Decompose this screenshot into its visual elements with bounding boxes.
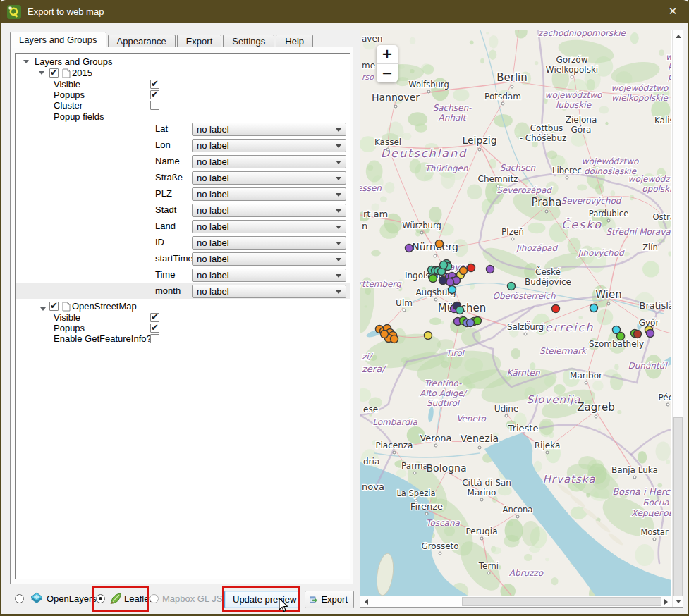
- horizontal-scrollbar[interactable]: [360, 596, 672, 607]
- data-point-marker[interactable]: [634, 331, 642, 338]
- radio-openlayers[interactable]: [15, 594, 24, 603]
- data-point-marker[interactable]: [381, 331, 389, 338]
- data-point-marker[interactable]: [391, 335, 398, 343]
- data-point-marker[interactable]: [449, 286, 456, 294]
- forest-patch: [522, 521, 540, 546]
- combo-value: no label: [197, 140, 229, 151]
- city-label: Mostar: [640, 527, 669, 537]
- data-point-marker[interactable]: [456, 307, 464, 314]
- data-point-marker[interactable]: [446, 278, 454, 286]
- field-combo-lat[interactable]: no label: [192, 123, 346, 136]
- field-label-lat: Lat: [155, 123, 168, 135]
- data-point-marker[interactable]: [647, 330, 654, 338]
- data-point-marker[interactable]: [467, 319, 475, 327]
- map-canvas: rsozachodniopomorskiewojekujporSachsen-A…: [360, 30, 671, 596]
- city-label: Bratislava: [640, 300, 671, 311]
- city-dot: [478, 148, 481, 151]
- scroll-right-button[interactable]: [661, 596, 671, 607]
- tab-export[interactable]: Export: [177, 35, 222, 47]
- field-combo-id[interactable]: no label: [192, 236, 346, 250]
- export-button[interactable]: Export: [305, 591, 354, 608]
- prop-checkbox-cluster[interactable]: [150, 101, 159, 110]
- layer-2015-checkbox[interactable]: [49, 68, 59, 78]
- field-combo-lon[interactable]: no label: [192, 139, 346, 152]
- osm-prop-checkbox-2[interactable]: [150, 334, 159, 343]
- data-point-marker[interactable]: [468, 264, 475, 272]
- data-point-marker[interactable]: [487, 266, 494, 273]
- city-label: nova: [362, 481, 384, 492]
- data-point-marker[interactable]: [474, 317, 482, 325]
- city-dot: [386, 148, 389, 151]
- field-combo-time[interactable]: no label: [192, 269, 346, 282]
- data-point-marker[interactable]: [440, 261, 448, 269]
- region-label: Oberösterreich: [492, 291, 556, 301]
- tab-help[interactable]: Help: [276, 35, 313, 47]
- map-viewport[interactable]: rsozachodniopomorskiewojekujporSachsen-A…: [360, 30, 671, 596]
- data-point-marker[interactable]: [425, 332, 432, 340]
- close-icon[interactable]: ✕: [666, 4, 680, 18]
- qgis-logo-icon: [7, 5, 21, 19]
- data-point-marker[interactable]: [590, 304, 598, 312]
- prop-checkbox-popups[interactable]: [150, 90, 159, 99]
- radio-mapbox-gl-js[interactable]: [150, 594, 159, 603]
- prop-checkbox-visible[interactable]: [150, 80, 159, 89]
- data-point-marker[interactable]: [439, 277, 447, 285]
- osm-prop-checkbox-1[interactable]: [150, 324, 159, 333]
- forest-patch: [610, 374, 623, 390]
- layer-osm-checkbox[interactable]: [49, 302, 59, 311]
- forest-patch: [598, 428, 602, 431]
- openlayers-icon: [30, 591, 44, 608]
- expander-icon[interactable]: [40, 307, 46, 314]
- layers-tree[interactable]: Layers and Groups2015VisiblePopupsCluste…: [15, 53, 350, 579]
- region-label: por: [668, 72, 671, 82]
- vertical-scroll-thumb[interactable]: [673, 417, 683, 596]
- field-combo-name[interactable]: no label: [192, 155, 346, 168]
- forest-patch: [384, 182, 394, 194]
- vertical-scrollbar[interactable]: [672, 30, 683, 607]
- forest-patch: [528, 223, 546, 234]
- zoom-in-button[interactable]: +: [377, 45, 398, 63]
- data-point-marker[interactable]: [508, 283, 516, 290]
- osm-prop-checkbox-0[interactable]: [150, 313, 159, 322]
- data-point-marker[interactable]: [436, 240, 444, 248]
- field-combo-straße[interactable]: no label: [192, 171, 346, 185]
- map-preview-panel: rsozachodniopomorskiewojekujporSachsen-A…: [360, 30, 683, 608]
- region-label: Anhalt: [439, 113, 468, 123]
- field-combo-starttimes[interactable]: no label: [192, 252, 346, 266]
- field-combo-plz[interactable]: no label: [192, 187, 346, 201]
- tab-layers-and-groups[interactable]: Layers and Groups: [10, 32, 106, 48]
- tab-settings[interactable]: Settings: [223, 35, 274, 47]
- data-point-marker[interactable]: [460, 267, 468, 275]
- forest-patch: [614, 364, 618, 370]
- scroll-left-button[interactable]: [360, 596, 371, 607]
- scroll-down-button[interactable]: [673, 596, 683, 607]
- horizontal-scroll-thumb[interactable]: [462, 597, 661, 606]
- data-point-marker[interactable]: [429, 275, 437, 283]
- forest-patch: [529, 546, 540, 553]
- region-label: Hrvatska: [543, 473, 596, 486]
- combo-value: no label: [197, 173, 229, 183]
- forest-patch: [535, 61, 539, 65]
- field-label-id: ID: [155, 237, 164, 248]
- expander-icon[interactable]: [39, 71, 44, 78]
- field-combo-month[interactable]: no label: [192, 285, 346, 298]
- data-point-marker[interactable]: [617, 333, 625, 340]
- data-point-marker[interactable]: [406, 245, 413, 252]
- region-label: Sachsen: [500, 163, 536, 173]
- city-dot: [595, 415, 597, 418]
- field-combo-stadt[interactable]: no label: [192, 204, 346, 217]
- scroll-up-button[interactable]: [673, 30, 683, 41]
- radio-label-0: OpenLayers: [47, 593, 97, 604]
- region-label: Jihozápad: [515, 243, 558, 253]
- zoom-out-button[interactable]: −: [377, 63, 398, 82]
- combo-value: no label: [197, 156, 229, 167]
- expander-icon[interactable]: [23, 60, 29, 66]
- tab-appearance[interactable]: Appearance: [108, 35, 176, 47]
- forest-patch: [403, 133, 412, 140]
- data-point-marker[interactable]: [552, 305, 560, 313]
- city-dot: [585, 381, 587, 384]
- field-combo-land[interactable]: no label: [192, 220, 346, 233]
- city-dot: [427, 90, 430, 93]
- city-label: Maribor: [570, 371, 602, 381]
- region-label: zera/: [362, 364, 386, 374]
